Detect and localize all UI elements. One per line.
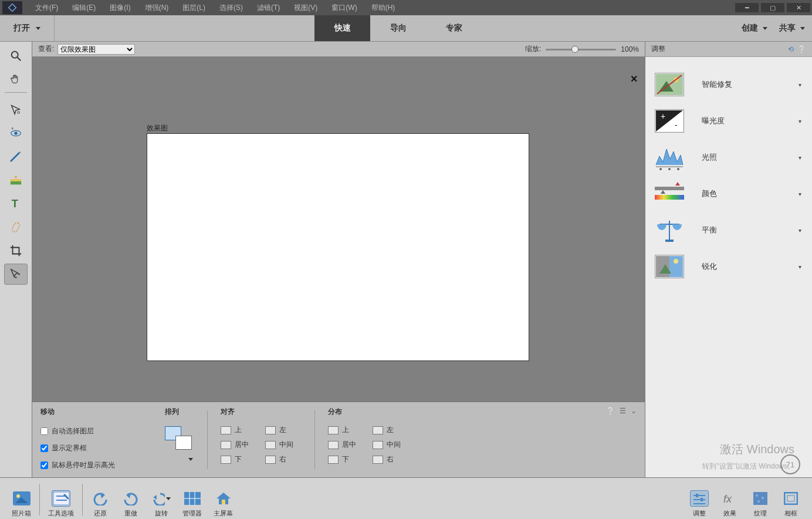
adj-lighting[interactable]: 光照 ▾	[650, 139, 807, 176]
canvas-label: 效果图	[147, 123, 168, 133]
quick-select-tool[interactable]	[4, 99, 28, 120]
dist-right[interactable]: 右	[373, 454, 401, 464]
create-menu[interactable]: 创建	[742, 23, 767, 33]
menu-file[interactable]: 文件(F)	[28, 0, 65, 15]
dist-vcenter[interactable]: 居中	[328, 440, 356, 450]
zoom-tool[interactable]	[4, 45, 28, 66]
adjust-panel-button[interactable]: 调整	[684, 481, 715, 518]
tab-guided[interactable]: 导向	[370, 15, 426, 41]
share-menu[interactable]: 共享	[779, 23, 805, 33]
menu-filter[interactable]: 滤镜(T)	[250, 0, 287, 15]
hand-tool[interactable]	[4, 69, 28, 90]
adj-balance[interactable]: 平衡 ▾	[650, 212, 807, 248]
close-document-button[interactable]: ✕	[630, 73, 638, 85]
menu-enhance[interactable]: 增强(N)	[138, 0, 176, 15]
help-icon[interactable]: ❔	[606, 407, 615, 415]
view-select[interactable]: 仅限效果图	[57, 44, 135, 55]
menu-window[interactable]: 窗口(W)	[324, 0, 364, 15]
maximize-button[interactable]: ▢	[760, 2, 785, 13]
menu-image[interactable]: 图像(I)	[103, 0, 137, 15]
dist-top[interactable]: 上	[328, 425, 356, 435]
zoom-track	[546, 49, 616, 50]
dist-bottom[interactable]: 下	[328, 454, 356, 464]
photo-bin-button[interactable]: 照片箱	[6, 481, 37, 518]
auto-select-checkbox[interactable]: 自动选择图层	[40, 426, 152, 436]
svg-marker-28	[661, 190, 665, 194]
align-hcenter[interactable]: 中间	[265, 440, 293, 450]
canvas[interactable]	[147, 133, 529, 361]
menu-layer[interactable]: 图层(L)	[175, 0, 212, 15]
show-bounds-checkbox[interactable]: 显示定界框	[40, 443, 152, 453]
svg-rect-31	[665, 240, 674, 242]
textures-panel-button[interactable]: 纹理	[745, 481, 776, 518]
svg-point-60	[757, 500, 760, 503]
adj-sharpen[interactable]: 锐化 ▾	[650, 248, 807, 285]
menu-help[interactable]: 帮助(H)	[364, 0, 402, 15]
tab-expert[interactable]: 专家	[426, 15, 482, 41]
crop-tool[interactable]	[4, 240, 28, 261]
dist-hcenter[interactable]: 中间	[373, 440, 401, 450]
effects-panel-button[interactable]: fx 效果	[715, 481, 745, 518]
move-tool[interactable]	[4, 264, 28, 285]
help-icon[interactable]: ❔	[797, 45, 806, 53]
panel-menu-icon[interactable]: ☰	[620, 407, 626, 415]
exposure-icon: +-	[655, 109, 684, 133]
svg-rect-24	[655, 187, 684, 190]
frames-panel-button[interactable]: 相框	[776, 481, 806, 518]
status-label: 效果	[723, 509, 736, 518]
zoom-slider[interactable]	[546, 46, 616, 53]
undo-icon	[91, 490, 110, 507]
align-vcenter[interactable]: 居中	[221, 440, 249, 450]
tool-options-button[interactable]: 工具选项	[42, 481, 80, 518]
close-button[interactable]: ✕	[786, 2, 811, 13]
color-icon	[655, 182, 684, 205]
chevron-down-icon: ▾	[799, 227, 801, 234]
spot-heal-tool[interactable]	[4, 217, 28, 238]
minimize-button[interactable]: ━	[735, 2, 759, 13]
svg-rect-55	[701, 498, 703, 501]
tab-quick[interactable]: 快速	[314, 15, 370, 41]
auto-select-label: 自动选择图层	[52, 426, 94, 436]
adjust-icon	[690, 490, 709, 507]
menu-edit[interactable]: 编辑(E)	[65, 0, 103, 15]
redo-button[interactable]: 重做	[116, 481, 146, 518]
text-tool[interactable]: T	[4, 193, 28, 214]
adj-color[interactable]: 颜色 ▾	[650, 176, 807, 212]
balance-icon	[655, 218, 684, 242]
tool-options-panel: 移动 自动选择图层 显示定界框 鼠标悬停时显示高光 排列 对齐 上 左	[32, 402, 645, 477]
redeye-tool[interactable]: +	[4, 123, 28, 144]
menu-view[interactable]: 视图(V)	[287, 0, 324, 15]
dist-left[interactable]: 左	[373, 425, 401, 435]
undo-button[interactable]: 还原	[85, 481, 116, 518]
align-top[interactable]: 上	[221, 425, 249, 435]
share-label: 共享	[779, 23, 796, 33]
collapse-icon[interactable]: ⌄	[631, 407, 637, 415]
reset-icon[interactable]: ⟲	[788, 45, 794, 53]
chevron-down-icon: ▾	[799, 264, 801, 270]
arrange-icon[interactable]	[165, 426, 194, 456]
align-left[interactable]: 左	[265, 425, 293, 435]
align-bottom[interactable]: 下	[221, 454, 249, 464]
organizer-button[interactable]: 管理器	[177, 481, 208, 518]
whiten-teeth-tool[interactable]	[4, 146, 28, 167]
svg-rect-50	[222, 500, 225, 504]
view-label: 查看:	[38, 44, 54, 54]
adj-smartfix[interactable]: 智能修复 ▾	[650, 66, 807, 103]
dist-title: 分布	[328, 407, 409, 417]
hover-highlight-label: 鼠标悬停时显示高光	[52, 460, 115, 470]
straighten-tool[interactable]	[4, 170, 28, 191]
svg-rect-39	[53, 492, 69, 505]
align-right[interactable]: 右	[265, 454, 293, 464]
zoom-thumb[interactable]	[571, 46, 578, 53]
topbar-right: 创建 共享	[742, 15, 812, 41]
rotate-button[interactable]: 旋转	[146, 481, 177, 518]
hover-highlight-checkbox[interactable]: 鼠标悬停时显示高光	[40, 460, 152, 470]
svg-text:+: +	[11, 127, 14, 132]
open-button[interactable]: 打开	[0, 15, 55, 41]
menu-select[interactable]: 选择(S)	[212, 0, 250, 15]
svg-point-1	[12, 52, 18, 58]
home-button[interactable]: 主屏幕	[208, 481, 239, 518]
chevron-down-icon: ▾	[799, 191, 801, 197]
adj-exposure[interactable]: +- 曝光度 ▾	[650, 103, 807, 139]
svg-text:+: +	[661, 112, 665, 121]
